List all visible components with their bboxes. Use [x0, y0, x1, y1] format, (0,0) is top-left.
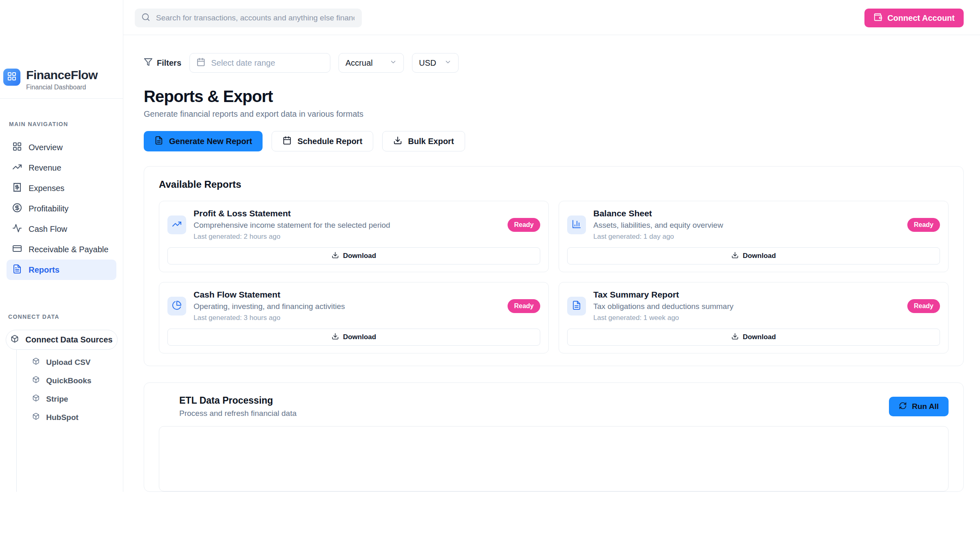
sidebar-item-reports[interactable]: Reports: [7, 260, 116, 280]
connect-data-sources-label: Connect Data Sources: [25, 335, 112, 344]
report-description: Tax obligations and deductions summary: [593, 302, 900, 311]
report-card-tax-summary: Tax Summary Report Tax obligations and d…: [559, 282, 949, 353]
sidebar-item-cash-flow[interactable]: Cash Flow: [7, 219, 116, 239]
download-icon: [332, 251, 339, 261]
connect-account-button[interactable]: Connect Account: [864, 9, 964, 27]
sidebar-item-label: Reports: [29, 265, 60, 275]
card-icon-box: [567, 216, 586, 234]
main-nav-label: MAIN NAVIGATION: [7, 121, 116, 127]
connect-data-sources-button[interactable]: Connect Data Sources: [6, 330, 118, 350]
generate-new-report-button[interactable]: Generate New Report: [144, 131, 263, 151]
sidebar-item-overview[interactable]: Overview: [7, 137, 116, 158]
accounting-basis-select[interactable]: Accrual: [339, 53, 404, 73]
status-badge: Ready: [508, 299, 540, 313]
report-description: Assets, liabilities, and equity overview: [593, 221, 900, 230]
search-bar[interactable]: [135, 9, 362, 27]
nav-list: Overview Revenue Expenses Profitability …: [7, 137, 116, 280]
grid-icon: [12, 142, 22, 153]
etl-jobs-box: [159, 426, 949, 491]
card-info: Profit & Loss Statement Comprehensive in…: [194, 209, 500, 241]
run-all-button[interactable]: Run All: [889, 397, 949, 416]
package-icon: [32, 358, 40, 367]
status-badge: Ready: [907, 299, 940, 313]
sidebar-item-label: Revenue: [29, 163, 61, 173]
status-badge: Ready: [508, 218, 540, 232]
report-title: Tax Summary Report: [593, 290, 900, 300]
download-label: Download: [743, 252, 776, 260]
source-item-hubspot[interactable]: HubSpot: [17, 408, 117, 427]
download-icon: [731, 333, 739, 342]
report-title: Balance Sheet: [593, 209, 900, 218]
file-text-icon: [12, 264, 22, 276]
file-text-icon: [154, 136, 163, 147]
source-item-label: QuickBooks: [46, 376, 91, 385]
download-icon: [332, 333, 339, 342]
package-icon: [11, 335, 19, 345]
search-input[interactable]: [155, 13, 355, 23]
brand-logo: [3, 69, 20, 86]
brand-subtitle: Financial Dashboard: [26, 84, 98, 91]
brand-block: FinanceFlow Financial Dashboard: [0, 0, 123, 99]
source-item-stripe[interactable]: Stripe: [17, 390, 117, 408]
source-item-label: HubSpot: [46, 413, 78, 422]
trending-up-icon: [12, 162, 22, 174]
etl-header: ETL Data Processing Process and refresh …: [159, 395, 949, 418]
file-text-icon: [572, 300, 581, 312]
report-card-balance-sheet: Balance Sheet Assets, liabilities, and e…: [559, 201, 949, 272]
connect-data-label: CONNECT DATA: [6, 313, 117, 320]
sidebar-item-revenue[interactable]: Revenue: [7, 158, 116, 178]
topbar: Connect Account: [123, 0, 980, 35]
filters-toggle[interactable]: Filters: [144, 58, 181, 69]
download-label: Download: [343, 333, 376, 341]
source-item-upload-csv[interactable]: Upload CSV: [17, 353, 117, 371]
report-card-profit-loss: Profit & Loss Statement Comprehensive in…: [159, 201, 549, 272]
schedule-report-button[interactable]: Schedule Report: [272, 131, 373, 151]
download-button[interactable]: Download: [567, 247, 940, 264]
source-item-quickbooks[interactable]: QuickBooks: [17, 371, 117, 390]
card-info: Cash Flow Statement Operating, investing…: [194, 290, 500, 322]
sidebar-item-receivable-payable[interactable]: Receivable & Payable: [7, 239, 116, 260]
source-item-label: Upload CSV: [46, 358, 91, 367]
connect-data-section: CONNECT DATA Connect Data Sources Upload…: [0, 313, 123, 492]
download-button[interactable]: Download: [567, 329, 940, 346]
sidebar-item-label: Overview: [29, 143, 62, 152]
chevron-down-icon: [390, 58, 397, 68]
search-icon: [141, 13, 150, 23]
source-item-label: Stripe: [46, 395, 68, 404]
download-icon: [731, 251, 739, 261]
dollar-circle-icon: [12, 203, 22, 215]
card-top: Profit & Loss Statement Comprehensive in…: [167, 209, 540, 241]
main-navigation: MAIN NAVIGATION Overview Revenue Expense…: [0, 99, 123, 280]
download-icon: [393, 136, 402, 147]
currency-value: USD: [419, 58, 436, 68]
report-last-generated: Last generated: 1 week ago: [593, 314, 900, 322]
content: Filters Accrual USD Reports & Export: [123, 35, 980, 492]
filters-row: Filters Accrual USD: [144, 53, 964, 73]
card-icon-box: [567, 297, 586, 315]
card-top: Cash Flow Statement Operating, investing…: [167, 290, 540, 322]
download-button[interactable]: Download: [167, 247, 540, 264]
chevron-down-icon: [444, 58, 452, 68]
page-title: Reports & Export: [144, 87, 964, 106]
currency-select[interactable]: USD: [412, 53, 459, 73]
download-button[interactable]: Download: [167, 329, 540, 346]
wallet-icon: [873, 13, 882, 24]
bulk-export-button[interactable]: Bulk Export: [382, 131, 465, 151]
sidebar-item-label: Cash Flow: [29, 224, 67, 234]
run-all-label: Run All: [912, 402, 939, 411]
etl-title: ETL Data Processing: [179, 395, 296, 406]
card-info: Tax Summary Report Tax obligations and d…: [593, 290, 900, 322]
receipt-icon: [12, 182, 22, 194]
sidebar-item-expenses[interactable]: Expenses: [7, 178, 116, 198]
report-title: Profit & Loss Statement: [194, 209, 500, 218]
download-label: Download: [743, 333, 776, 341]
sidebar-item-profitability[interactable]: Profitability: [7, 198, 116, 219]
card-top: Tax Summary Report Tax obligations and d…: [567, 290, 940, 322]
date-range-picker[interactable]: [189, 53, 330, 73]
card-info: Balance Sheet Assets, liabilities, and e…: [593, 209, 900, 241]
package-icon: [32, 413, 40, 422]
calendar-icon: [196, 58, 205, 68]
sidebar-item-label: Receivable & Payable: [29, 245, 109, 254]
date-range-input[interactable]: [210, 58, 323, 68]
funnel-icon: [144, 58, 153, 69]
